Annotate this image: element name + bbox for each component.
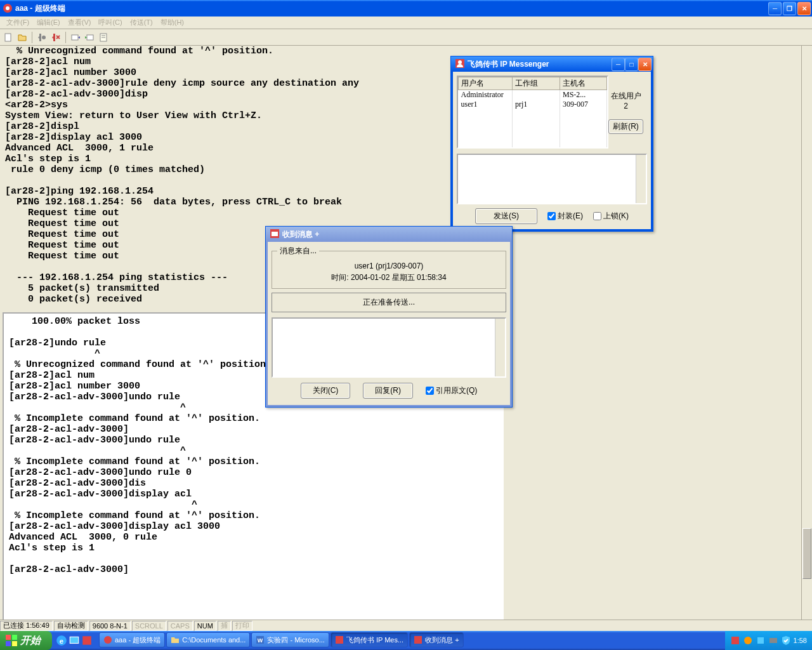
ipmsg-title: 飞鸽传书 IP Messenger (468, 59, 612, 70)
receive-msg-window: 收到消息 + 消息来自... user1 (prj1/309-007) 时间: … (265, 226, 513, 408)
restore-button[interactable]: ❐ (783, 2, 796, 15)
status-num: NUM (194, 621, 216, 631)
recv-time: 时间: 2004-01-02 星期五 01:58:34 (277, 272, 501, 283)
close-button[interactable]: ✕ (797, 2, 811, 15)
online-label: 在线用户 (611, 91, 641, 102)
open-icon[interactable] (16, 32, 28, 43)
start-label: 开始 (20, 634, 41, 647)
minimize-button[interactable]: ─ (768, 2, 782, 15)
svg-text:W: W (258, 637, 263, 644)
properties-icon[interactable] (98, 32, 109, 43)
svg-point-21 (104, 636, 112, 644)
menu-edit[interactable]: 编辑(E) (33, 18, 64, 27)
task-explorer[interactable]: C:\Documents and... (166, 632, 250, 647)
recv-close-button[interactable]: 关闭(C) (301, 383, 351, 399)
status-scroll: SCROLL (132, 621, 166, 631)
ipmsg-app-icon (455, 58, 465, 70)
start-button[interactable]: 开始 (0, 631, 52, 650)
toolbar (0, 29, 812, 46)
online-count: 2 (611, 102, 641, 110)
quicklaunch: e (52, 635, 96, 646)
recv-textbox[interactable] (272, 317, 506, 378)
col-group[interactable]: 工作组 (513, 77, 560, 90)
ipmsg-minimize[interactable]: ─ (612, 58, 625, 71)
ql-desktop-icon[interactable] (69, 635, 80, 646)
recv-title: 收到消息 + (282, 229, 511, 240)
main-titlebar: aaa - 超级终端 ─ ❐ ✕ (0, 0, 812, 17)
recv-titlebar[interactable]: 收到消息 + (266, 227, 512, 242)
recv-from-fieldset: 消息来自... user1 (prj1/309-007) 时间: 2004-01… (272, 246, 506, 289)
svg-rect-14 (12, 635, 17, 640)
svg-point-1 (6, 6, 10, 10)
ipmsg-close[interactable]: ✕ (638, 58, 652, 71)
menu-help[interactable]: 帮助(H) (157, 18, 188, 27)
recv-from-label: 消息来自... (277, 246, 319, 256)
statusbar: 已连接 1:56:49 自动检测 9600 8-N-1 SCROLL CAPS … (0, 620, 812, 631)
clock[interactable]: 1:58 (794, 637, 807, 644)
tray-icon[interactable] (730, 635, 740, 646)
menu-view[interactable]: 查看(V) (64, 18, 95, 27)
recv-reply-button[interactable]: 回复(R) (363, 383, 413, 399)
menu-call[interactable]: 呼叫(C) (95, 18, 126, 27)
receive-icon[interactable] (84, 32, 95, 43)
disconnect-icon[interactable] (50, 32, 62, 43)
send-button[interactable]: 发送(S) (475, 208, 537, 224)
task-buttons: aaa - 超级终端 C:\Documents and... W 实验四 - M… (96, 632, 725, 649)
tray-icon[interactable] (756, 635, 766, 646)
svg-rect-24 (336, 636, 343, 644)
user-row[interactable]: AdministratorMS-2... (459, 90, 607, 100)
tray-shield-icon[interactable] (781, 635, 791, 646)
svg-rect-19 (70, 637, 79, 643)
task-recvmsg[interactable]: 收到消息 + (409, 632, 463, 647)
svg-rect-29 (769, 638, 777, 643)
svg-text:e: e (60, 637, 63, 645)
svg-point-27 (744, 637, 752, 644)
task-ipmsg[interactable]: 飞鸽传书 IP Mes... (331, 632, 408, 647)
recv-scrollbar[interactable] (495, 319, 505, 376)
new-icon[interactable] (3, 32, 14, 43)
ipmsg-userlist[interactable]: 用户名 工作组 主机名 AdministratorMS-2... user1pr… (457, 76, 608, 149)
svg-rect-4 (72, 35, 78, 40)
task-word[interactable]: W 实验四 - Microso... (251, 632, 329, 647)
svg-rect-2 (5, 34, 11, 41)
ql-app-icon[interactable] (81, 635, 93, 646)
ipmsg-message-input[interactable] (457, 154, 647, 204)
status-caps: CAPS (167, 621, 193, 631)
svg-point-10 (458, 60, 462, 64)
recv-quote-checkbox[interactable]: 引用原文(Q) (426, 385, 477, 396)
tray-icon[interactable] (743, 635, 753, 646)
svg-rect-25 (414, 636, 422, 644)
app-icon (3, 3, 13, 13)
svg-rect-5 (87, 35, 93, 40)
status-baud: 9600 8-N-1 (89, 621, 131, 631)
svg-rect-26 (731, 637, 739, 644)
svg-rect-16 (12, 641, 17, 646)
svg-rect-12 (272, 232, 278, 236)
svg-rect-13 (6, 635, 11, 640)
col-host[interactable]: 主机名 (560, 77, 607, 90)
systray[interactable]: 1:58 (725, 631, 812, 650)
ipmsg-maximize[interactable]: □ (625, 58, 638, 71)
send-icon[interactable] (70, 32, 81, 43)
lock-checkbox[interactable]: 上锁(K) (593, 211, 629, 222)
ipmessenger-window: 飞鸽传书 IP Messenger ─ □ ✕ 用户名 工作组 主机名 Admi… (450, 56, 653, 232)
window-title: aaa - 超级终端 (15, 3, 768, 14)
col-user[interactable]: 用户名 (459, 77, 513, 90)
user-row[interactable]: user1prj1309-007 (459, 100, 607, 109)
recv-preparing[interactable]: 正在准备传送... (272, 293, 506, 312)
task-hyperterminal[interactable]: aaa - 超级终端 (99, 632, 165, 647)
svg-rect-15 (6, 641, 11, 646)
msgbox-scrollbar[interactable] (636, 155, 646, 203)
ipmsg-titlebar[interactable]: 飞鸽传书 IP Messenger ─ □ ✕ (451, 56, 653, 72)
status-autodetect: 自动检测 (54, 621, 88, 631)
tray-icon[interactable] (768, 635, 778, 646)
menu-file[interactable]: 文件(F) (3, 18, 33, 27)
ql-ie-icon[interactable]: e (56, 635, 67, 646)
terminal-scrollbar[interactable] (801, 46, 812, 625)
menu-transfer[interactable]: 传送(T) (126, 18, 157, 27)
svg-rect-20 (82, 636, 91, 645)
refresh-button[interactable]: 刷新(R) (608, 119, 643, 134)
seal-checkbox[interactable]: 封装(E) (547, 211, 583, 222)
connect-icon[interactable] (36, 32, 48, 43)
status-capture: 捕 (218, 621, 231, 631)
